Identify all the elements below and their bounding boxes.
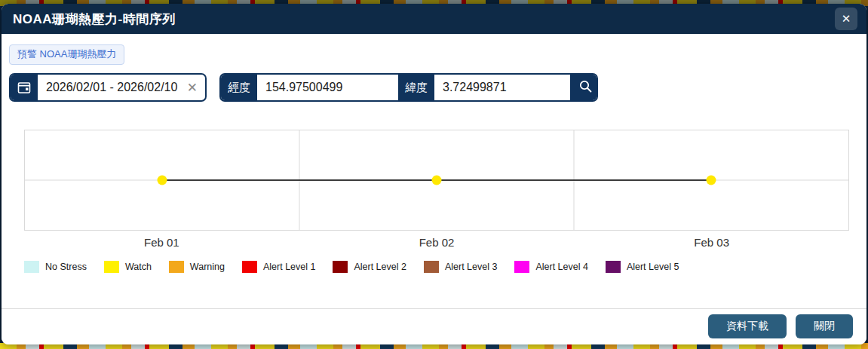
- legend-label: No Stress: [45, 262, 87, 272]
- x-tick-label: Feb 01: [24, 236, 299, 249]
- search-button[interactable]: [570, 75, 598, 100]
- chart-x-axis: Feb 01Feb 02Feb 03: [24, 231, 849, 254]
- data-point[interactable]: [707, 176, 716, 185]
- legend-item: Alert Level 3: [424, 261, 497, 273]
- x-tick-label: Feb 03: [574, 236, 849, 249]
- legend-swatch-icon: [169, 261, 184, 273]
- legend-item: No Stress: [24, 261, 87, 273]
- longitude-label: 經度: [221, 75, 257, 100]
- legend-label: Alert Level 5: [627, 262, 679, 272]
- legend-label: Warning: [190, 262, 225, 272]
- legend-item: Alert Level 1: [242, 261, 315, 273]
- legend-swatch-icon: [514, 261, 529, 273]
- close-icon[interactable]: ✕: [835, 8, 857, 30]
- legend-label: Watch: [125, 262, 152, 272]
- legend-swatch-icon: [606, 261, 621, 273]
- modal-body: 預警 NOAA珊瑚熱壓力 2026/02/01 - 2026/02/10 ✕ 經…: [2, 34, 866, 308]
- legend-label: Alert Level 3: [445, 262, 497, 272]
- filter-controls: 2026/02/01 - 2026/02/10 ✕ 經度 緯度: [9, 73, 859, 102]
- legend-swatch-icon: [24, 261, 39, 273]
- legend-item: Warning: [169, 261, 225, 273]
- latitude-input[interactable]: [434, 75, 570, 100]
- data-point[interactable]: [432, 176, 442, 185]
- legend-swatch-icon: [242, 261, 257, 273]
- data-point[interactable]: [158, 176, 167, 185]
- latitude-label: 緯度: [398, 75, 434, 100]
- longitude-input[interactable]: [257, 75, 398, 100]
- legend-label: Alert Level 1: [263, 262, 315, 272]
- legend-label: Alert Level 4: [535, 262, 587, 272]
- coordinate-search-group: 經度 緯度: [219, 73, 598, 102]
- timeseries-modal: NOAA珊瑚熱壓力-時間序列 ✕ 預警 NOAA珊瑚熱壓力 2026/02/01…: [2, 4, 866, 344]
- modal-header: NOAA珊瑚熱壓力-時間序列 ✕: [2, 4, 866, 34]
- layer-tag: 預警 NOAA珊瑚熱壓力: [9, 44, 124, 65]
- search-icon: [578, 79, 593, 96]
- close-button[interactable]: 關閉: [796, 314, 853, 338]
- legend-item: Alert Level 5: [606, 261, 679, 273]
- legend-item: Watch: [104, 261, 152, 273]
- chart-plot: [24, 130, 849, 231]
- legend-item: Alert Level 2: [333, 261, 406, 273]
- chart-legend: No StressWatchWarningAlert Level 1Alert …: [24, 261, 859, 273]
- timeseries-chart: Feb 01Feb 02Feb 03: [24, 130, 849, 254]
- clear-date-icon[interactable]: ✕: [182, 75, 205, 100]
- modal-footer: 資料下載 關閉: [2, 308, 866, 344]
- date-range-picker[interactable]: 2026/02/01 - 2026/02/10 ✕: [9, 73, 207, 102]
- download-data-button[interactable]: 資料下載: [708, 314, 787, 338]
- legend-label: Alert Level 2: [354, 262, 406, 272]
- x-tick-label: Feb 02: [299, 236, 575, 249]
- legend-swatch-icon: [333, 261, 348, 273]
- date-range-value[interactable]: 2026/02/01 - 2026/02/10: [38, 75, 182, 100]
- modal-title: NOAA珊瑚熱壓力-時間序列: [13, 11, 176, 28]
- legend-item: Alert Level 4: [514, 261, 587, 273]
- calendar-icon: [11, 75, 38, 100]
- legend-swatch-icon: [104, 261, 119, 273]
- legend-swatch-icon: [424, 261, 439, 273]
